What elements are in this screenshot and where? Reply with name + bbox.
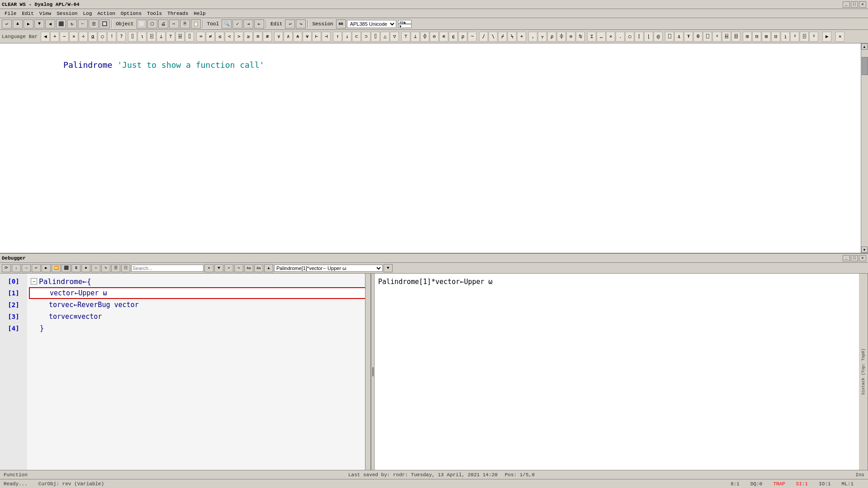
debugger-minimize[interactable]: _ bbox=[843, 255, 850, 261]
menu-log[interactable]: Log bbox=[80, 10, 95, 17]
debugger-restore[interactable]: □ bbox=[851, 255, 858, 261]
session-scrollbar[interactable]: ▲ ▼ bbox=[861, 43, 868, 253]
lang-btn-circ2[interactable]: ⊖ bbox=[566, 32, 575, 42]
lang-btn-times[interactable]: × bbox=[69, 32, 78, 42]
scrollbar-thumb[interactable] bbox=[862, 57, 868, 75]
menu-threads[interactable]: Threads bbox=[165, 10, 191, 17]
lang-btn-right-tack[interactable]: ⊢ bbox=[312, 32, 321, 42]
panel-divider[interactable] bbox=[371, 274, 375, 470]
debug-dropdown-arrow[interactable]: ▼ bbox=[384, 264, 393, 272]
code-lines-container[interactable]: − Palindrome←{ vector←Upper ω torvec←Rev… bbox=[27, 274, 370, 470]
font-size-up[interactable]: 40▲ bbox=[398, 20, 412, 24]
lang-btn-dots[interactable]: … bbox=[597, 32, 606, 42]
font-size-down[interactable]: ▼ bbox=[398, 24, 412, 28]
toolbar-undo2[interactable]: ↩ bbox=[285, 19, 295, 28]
lang-btn-rank[interactable]: ⌻ bbox=[800, 32, 809, 42]
lang-btn-atop2[interactable]: ⍤ bbox=[809, 32, 818, 42]
debug-aa2[interactable]: ↪ bbox=[234, 264, 243, 272]
debug-list2[interactable]: ☷ bbox=[121, 264, 130, 272]
debug-edit[interactable]: ✎ bbox=[101, 264, 110, 272]
lang-btn-query[interactable]: ? bbox=[117, 32, 126, 42]
lang-btn-nident[interactable]: ≢ bbox=[263, 32, 272, 42]
lang-btn-backslash[interactable]: \ bbox=[489, 32, 498, 42]
toolbar-outdent[interactable]: ⇤ bbox=[254, 19, 264, 28]
lang-btn-trans[interactable]: ⍉ bbox=[576, 32, 585, 42]
code-line-2[interactable]: torvec←ReverBug vector bbox=[29, 299, 369, 311]
code-panel-scrollbar[interactable] bbox=[365, 274, 370, 470]
menu-action[interactable]: Action bbox=[95, 10, 118, 17]
lang-btn-geq[interactable]: ≥ bbox=[244, 32, 253, 42]
lang-btn-nor[interactable]: ⍱ bbox=[303, 32, 312, 42]
lang-btn-pipe[interactable]: ⌷ bbox=[128, 32, 137, 42]
lang-btn-eval[interactable]: ⍎ bbox=[674, 32, 683, 42]
lang-btn-key[interactable]: ⌸ bbox=[722, 32, 731, 42]
lang-btn-find[interactable]: ⍷ bbox=[449, 32, 458, 42]
lang-btn-bang[interactable]: ! bbox=[107, 32, 116, 42]
menu-session[interactable]: Session bbox=[54, 10, 80, 17]
lang-btn-gt[interactable]: > bbox=[234, 32, 243, 42]
lang-btn-where[interactable]: ⍸ bbox=[781, 32, 790, 42]
lang-btn-delta-dn[interactable]: ▽ bbox=[390, 32, 399, 42]
lang-btn-tilde[interactable]: ~ bbox=[468, 32, 477, 42]
debug-pause[interactable]: ⏸ bbox=[71, 264, 81, 272]
menu-options[interactable]: Options bbox=[118, 10, 144, 17]
lang-btn-left-arrow[interactable]: ◀ bbox=[41, 32, 50, 42]
toolbar-cut[interactable]: ✂ bbox=[169, 19, 179, 28]
menu-file[interactable]: File bbox=[2, 10, 19, 17]
debug-step-back[interactable]: ↩ bbox=[32, 264, 41, 272]
langbar-close[interactable]: ✕ bbox=[835, 32, 844, 42]
lang-btn-times2[interactable]: × bbox=[606, 32, 615, 42]
lang-btn-and[interactable]: ∧ bbox=[284, 32, 293, 42]
lang-btn-bracket[interactable]: ⌷ bbox=[371, 32, 380, 42]
lang-btn-each[interactable]: ⌺ bbox=[731, 32, 740, 42]
debug-aa5[interactable]: ▲ bbox=[264, 264, 273, 272]
lang-btn-t-down[interactable]: ⊥ bbox=[157, 32, 166, 42]
lang-btn-i-dot[interactable]: ⌷ bbox=[185, 32, 194, 42]
lang-btn-floor[interactable]: ⌊ bbox=[644, 32, 653, 42]
code-line-3[interactable]: torvec≡vector bbox=[29, 311, 369, 322]
lang-btn-minus[interactable]: − bbox=[60, 32, 69, 42]
lang-btn-divide[interactable]: ÷ bbox=[79, 32, 88, 42]
lang-btn-slash[interactable]: / bbox=[479, 32, 488, 42]
session-content[interactable]: Palindrome 'Just to show a function call… bbox=[0, 43, 868, 253]
lang-btn-ibeam[interactable]: ⌶ bbox=[587, 32, 596, 42]
lang-btn-down[interactable]: ↓ bbox=[342, 32, 351, 42]
debug-continue[interactable]: ▶ bbox=[42, 264, 51, 272]
toolbar-arrow-up[interactable]: ▲ bbox=[13, 19, 23, 28]
lang-btn-circ3[interactable]: ○ bbox=[625, 32, 634, 42]
toolbar-paste[interactable]: 📋 bbox=[191, 19, 201, 28]
maximize-button[interactable]: □ bbox=[851, 1, 858, 8]
menu-help[interactable]: Help bbox=[191, 10, 208, 17]
toolbar-indent[interactable]: ⇥ bbox=[243, 19, 253, 28]
lang-btn-star[interactable]: ⍣ bbox=[712, 32, 721, 42]
toolbar-arrow-down[interactable]: ▼ bbox=[34, 19, 44, 28]
lang-btn-flip[interactable]: ⊖ bbox=[430, 32, 439, 42]
scrollbar-down-arrow[interactable]: ▼ bbox=[861, 246, 868, 253]
lang-btn-eq[interactable]: = bbox=[196, 32, 205, 42]
lang-btn-circ[interactable]: ⌽ bbox=[557, 32, 566, 42]
code-line-1[interactable]: vector←Upper ω bbox=[29, 287, 369, 299]
toolbar-copy[interactable]: ⎘ bbox=[180, 19, 190, 28]
lang-btn-format[interactable]: ⍕ bbox=[684, 32, 693, 42]
toolbar-check[interactable]: ✓ bbox=[232, 19, 242, 28]
debug-list[interactable]: ☰ bbox=[111, 264, 120, 272]
debugger-close[interactable]: ✕ bbox=[859, 255, 866, 261]
lang-btn-leq[interactable]: ≤ bbox=[215, 32, 224, 42]
lang-btn-empty[interactable]: ⍬ bbox=[693, 32, 702, 42]
scrollbar-up-arrow[interactable]: ▲ bbox=[861, 43, 868, 50]
debug-aa3[interactable]: Aa bbox=[244, 264, 253, 272]
lang-btn-or[interactable]: ∨ bbox=[274, 32, 283, 42]
lang-btn-comma-bar[interactable]: ⍪ bbox=[538, 32, 547, 42]
lang-btn-encode[interactable]: ⊤ bbox=[401, 32, 410, 42]
toolbar-print[interactable]: 🖨 bbox=[158, 19, 168, 28]
debug-search-dropdown[interactable]: ▼ bbox=[214, 264, 223, 272]
lang-btn-right-arrow[interactable]: ▶ bbox=[822, 32, 831, 42]
lang-btn-quad[interactable]: ⎕ bbox=[665, 32, 674, 42]
lang-btn-back-bar[interactable]: ⍀ bbox=[508, 32, 517, 42]
debug-stop[interactable]: ⬛ bbox=[62, 264, 71, 272]
debug-step-over[interactable]: → bbox=[22, 264, 31, 272]
font-select[interactable]: APL385 Unicode bbox=[347, 20, 396, 28]
lang-btn-dbox1[interactable]: ⊞ bbox=[743, 32, 752, 42]
lang-btn-plus[interactable]: + bbox=[50, 32, 59, 42]
lang-btn-eps[interactable]: ∊ bbox=[439, 32, 448, 42]
